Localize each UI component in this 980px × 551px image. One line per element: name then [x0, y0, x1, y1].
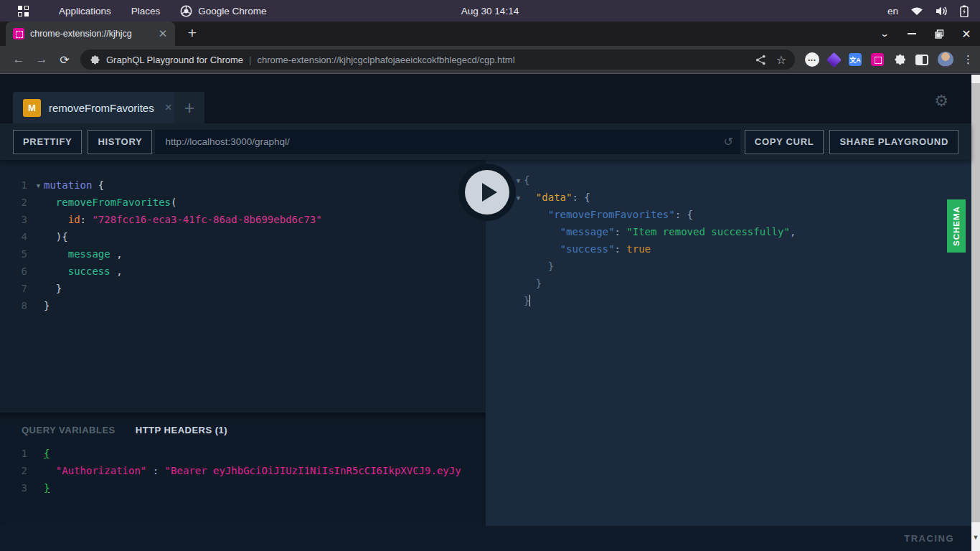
line-number: 2: [0, 463, 33, 480]
code-text: "Authorization" : "Bearer eyJhbGciOiJIUz…: [44, 463, 461, 480]
line-number: 1: [0, 446, 33, 463]
bookmark-star-icon[interactable]: ☆: [776, 53, 786, 67]
playground-tab-close-icon[interactable]: ×: [165, 100, 172, 115]
code-line: ▼{: [513, 172, 971, 189]
response-viewer: ▼{▼ "data": { "removeFromFavorites": { "…: [486, 160, 971, 310]
code-text: id: "728fcc16-eca3-41fc-86ad-8b699ebd6c7…: [44, 212, 322, 229]
omnibox[interactable]: GraphQL Playground for Chrome | chrome-e…: [80, 50, 795, 70]
omnibox-separator: |: [249, 55, 251, 65]
tab-http-headers[interactable]: HTTP HEADERS (1): [136, 425, 227, 435]
line-number: 2: [0, 194, 33, 212]
code-line: 1▼mutation {: [0, 177, 486, 194]
fold-spacer: [33, 212, 44, 229]
endpoint-reload-icon[interactable]: ↺: [723, 135, 732, 149]
chrome-menu-icon[interactable]: ⋮: [963, 53, 973, 66]
reload-icon[interactable]: ⟳: [53, 53, 76, 67]
playground-new-tab-button[interactable]: +: [174, 92, 204, 123]
code-line: 4 ){: [0, 229, 486, 246]
fold-spacer: [513, 241, 524, 258]
tab-search-icon[interactable]: ⌄: [865, 22, 903, 46]
history-button[interactable]: HISTORY: [88, 130, 152, 154]
tab-close-icon[interactable]: ✕: [156, 27, 169, 40]
fold-spacer: [33, 463, 44, 480]
scrollbar-down-arrow[interactable]: ▼: [971, 534, 980, 541]
fold-spacer: [33, 446, 44, 463]
code-text: }: [524, 276, 542, 293]
new-tab-button[interactable]: +: [182, 24, 202, 44]
line-number: 3: [0, 480, 33, 497]
tracing-toggle[interactable]: TRACING: [904, 526, 954, 551]
browser-toolbar: ← → ⟳ GraphQL Playground for Chrome | ch…: [0, 46, 980, 74]
code-line: "removeFromFavorites": {: [513, 207, 971, 224]
activities-grid-icon[interactable]: [18, 6, 29, 17]
prettify-button[interactable]: PRETTIFY: [13, 130, 82, 154]
close-window-button[interactable]: ✕: [953, 22, 980, 46]
line-number: 1: [0, 177, 33, 194]
extension-icon-purple[interactable]: [826, 52, 842, 67]
restore-button[interactable]: [925, 22, 953, 46]
line-number: 6: [0, 263, 33, 281]
play-circle: [465, 170, 509, 215]
fold-spacer: [513, 224, 524, 241]
back-icon[interactable]: ←: [7, 52, 30, 67]
fold-spacer: [33, 229, 44, 246]
code-text: }: [44, 281, 62, 298]
extension-page-icon: [89, 55, 100, 65]
line-number: 5: [0, 246, 33, 263]
bottom-bar: TRACING: [0, 526, 971, 551]
playground-tab-title: removeFromFavorites: [49, 102, 154, 114]
google-translate-icon[interactable]: 文A: [849, 53, 862, 66]
code-line: 3 id: "728fcc16-eca3-41fc-86ad-8b699ebd6…: [0, 212, 486, 229]
share-icon[interactable]: [755, 55, 766, 65]
query-pane[interactable]: 1▼mutation {2 removeFromFavorites(3 id: …: [0, 160, 486, 526]
http-headers-editor[interactable]: 1 {2 "Authorization" : "Bearer eyJhbGciO…: [0, 446, 486, 497]
battery-charging-icon[interactable]: [960, 5, 969, 17]
code-line: 2 removeFromFavorites(: [0, 194, 486, 212]
playground-toolbar: PRETTIFY HISTORY ↺ COPY CURL SHARE PLAYG…: [0, 123, 971, 160]
forward-icon[interactable]: →: [30, 52, 53, 67]
code-text: removeFromFavorites(: [44, 194, 176, 212]
scrollbar-thumb[interactable]: [971, 83, 980, 522]
fold-spacer: [33, 281, 44, 298]
settings-gear-icon[interactable]: ⚙: [934, 92, 948, 110]
active-app-label: Google Chrome: [198, 6, 266, 17]
extension-icon-circle[interactable]: •••: [805, 52, 819, 67]
fold-spacer: [513, 258, 524, 276]
execute-query-button[interactable]: [458, 164, 516, 221]
active-app-indicator[interactable]: Google Chrome: [170, 5, 276, 17]
system-top-bar: Applications Places Google Chrome Aug 30…: [0, 0, 980, 22]
code-text: success ,: [44, 263, 123, 281]
fold-arrow-icon[interactable]: ▼: [33, 177, 44, 194]
keyboard-layout-indicator[interactable]: en: [887, 6, 898, 17]
copy-curl-button[interactable]: COPY CURL: [745, 130, 824, 154]
playground-tab[interactable]: M removeFromFavorites ×: [13, 92, 182, 123]
fold-spacer: [33, 246, 44, 263]
code-line: ▼ "data": {: [513, 189, 971, 207]
profile-avatar[interactable]: [938, 52, 953, 67]
code-text: }: [44, 480, 50, 497]
query-editor[interactable]: 1▼mutation {2 removeFromFavorites(3 id: …: [0, 160, 486, 315]
extensions-puzzle-icon[interactable]: [893, 53, 906, 66]
mutation-badge: M: [23, 99, 41, 117]
wifi-icon[interactable]: [910, 6, 923, 16]
menu-applications[interactable]: Applications: [49, 6, 121, 17]
tab-query-variables[interactable]: QUERY VARIABLES: [22, 425, 116, 435]
code-line: }: [513, 293, 971, 310]
response-pane: ▼{▼ "data": { "removeFromFavorites": { "…: [486, 160, 971, 526]
menu-places[interactable]: Places: [121, 6, 171, 17]
code-text: ){: [44, 229, 68, 246]
schema-tab[interactable]: SCHEMA: [947, 199, 966, 253]
graphql-playground-extension-icon[interactable]: [871, 53, 884, 66]
side-panel-icon[interactable]: [915, 55, 928, 65]
graphql-playground: M removeFromFavorites × + ⚙ PRETTIFY HIS…: [0, 75, 971, 551]
share-playground-button[interactable]: SHARE PLAYGROUND: [829, 130, 958, 154]
text-cursor: [529, 295, 530, 306]
line-number: 8: [0, 298, 33, 315]
page-scrollbar[interactable]: ▼: [971, 75, 980, 551]
play-icon: [482, 183, 497, 202]
volume-icon[interactable]: [936, 6, 948, 17]
fold-spacer: [33, 298, 44, 315]
endpoint-input[interactable]: [155, 130, 740, 154]
browser-tab[interactable]: chrome-extension://kjhjcg ✕: [6, 22, 175, 46]
fold-spacer: [33, 263, 44, 281]
